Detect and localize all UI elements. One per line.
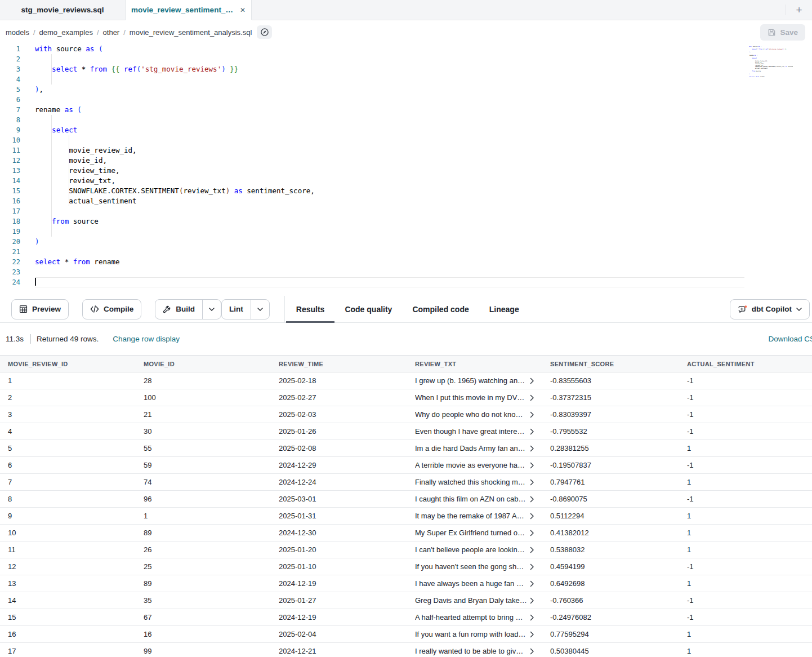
- code-line: 10: [0, 135, 812, 145]
- table-cell: -1: [679, 613, 812, 622]
- table-cell: 2025-01-10: [271, 562, 407, 571]
- breadcrumb-item[interactable]: models: [6, 28, 29, 37]
- review-txt-cell-wrap: Finally watched this shocking movie la…: [407, 478, 542, 486]
- save-icon: [768, 28, 776, 37]
- copilot-chat-icon: [738, 305, 747, 314]
- table-cell: 9: [0, 512, 136, 520]
- table-row: 10892024-12-30My Super Ex Girlfriend tur…: [0, 525, 812, 541]
- expand-cell-chevron-icon[interactable]: [530, 496, 534, 503]
- expand-cell-chevron-icon[interactable]: [530, 631, 534, 638]
- rows-returned-text: Returned 49 rows.: [37, 335, 99, 343]
- editor-minimap[interactable]: with source as ( select * from {{ ref('s…: [749, 46, 793, 81]
- preview-button[interactable]: Preview: [11, 299, 69, 319]
- code-editor[interactable]: 1with source as (23 select * from {{ ref…: [0, 44, 812, 296]
- review-text-cell: A half-hearted attempt to bring Elvis P…: [415, 613, 527, 622]
- line-number: 4: [0, 74, 20, 85]
- result-tab-lineage[interactable]: Lineage: [479, 296, 529, 323]
- file-tab-stg-movie-reviews[interactable]: stg_movie_reviews.sql: [0, 0, 126, 20]
- review-text-cell: I have always been a huge fan of "Hom…: [415, 579, 527, 588]
- code-line: 18 from source: [0, 216, 812, 227]
- code-line: 19: [0, 227, 812, 237]
- expand-cell-chevron-icon[interactable]: [530, 479, 534, 486]
- new-tab-button[interactable]: +: [786, 0, 812, 20]
- expand-cell-chevron-icon[interactable]: [530, 394, 534, 401]
- table-cell: -1: [679, 393, 812, 402]
- review-txt-cell-wrap: Why do people who do not know what…: [407, 410, 542, 419]
- review-text-cell: Greg Davis and Bryan Daly take some …: [415, 596, 527, 605]
- breadcrumb-item[interactable]: demo_examples: [39, 28, 93, 37]
- table-row: 14352025-01-27Greg Davis and Bryan Daly …: [0, 592, 812, 609]
- breadcrumb-item[interactable]: other: [103, 28, 120, 37]
- column-header-movie_review_id: MOVIE_REVIEW_ID: [0, 361, 136, 367]
- line-number: 19: [0, 227, 20, 237]
- table-cell: 74: [136, 478, 271, 486]
- review-txt-cell-wrap: Even though I have great interest in Bi…: [407, 427, 542, 436]
- breadcrumb-item[interactable]: movie_review_sentiment_analysis.sql: [130, 28, 252, 37]
- expand-cell-chevron-icon[interactable]: [530, 513, 534, 520]
- results-status-bar: 11.3s Returned 49 rows. Change row displ…: [0, 323, 812, 355]
- table-cell: 30: [136, 427, 271, 436]
- review-txt-cell-wrap: I really wanted to be able to give this …: [407, 647, 542, 655]
- code-line: 13 review_time,: [0, 166, 812, 176]
- table-cell: -1: [679, 495, 812, 503]
- change-row-display-link[interactable]: Change row display: [113, 335, 180, 343]
- table-cell: 6: [0, 461, 136, 469]
- table-cell: 2025-03-01: [271, 495, 407, 503]
- table-grid-icon: [19, 305, 28, 313]
- dbt-copilot-button[interactable]: dbt Copilot: [730, 299, 810, 319]
- table-cell: 55: [136, 444, 271, 452]
- code-line: 2: [0, 54, 812, 64]
- line-number: 8: [0, 115, 20, 125]
- table-cell: 7: [0, 478, 136, 486]
- file-tab-movie-review-sentiment[interactable]: movie_review_sentiment_… ✕: [126, 0, 252, 20]
- download-csv-link[interactable]: Download CSV: [768, 335, 812, 343]
- code-line: 11 movie_review_id,: [0, 145, 812, 156]
- line-number: 23: [0, 267, 20, 277]
- build-button[interactable]: Build: [155, 300, 202, 319]
- plus-icon: +: [796, 4, 802, 16]
- minimap-line: [749, 80, 793, 82]
- line-number: 20: [0, 237, 20, 247]
- table-cell: 0.4594199: [542, 562, 679, 571]
- expand-cell-chevron-icon[interactable]: [530, 428, 534, 435]
- lint-button[interactable]: Lint: [222, 300, 251, 319]
- table-cell: 2024-12-21: [271, 647, 407, 655]
- table-cell: 99: [136, 647, 271, 655]
- close-tab-icon[interactable]: ✕: [240, 6, 246, 14]
- results-table: MOVIE_REVIEW_IDMOVIE_IDREVIEW_TIMEREVIEW…: [0, 355, 812, 657]
- review-txt-cell-wrap: I have always been a huge fan of "Hom…: [407, 579, 542, 588]
- compile-button[interactable]: Compile: [82, 299, 141, 319]
- results-table-header: MOVIE_REVIEW_IDMOVIE_IDREVIEW_TIMEREVIEW…: [0, 355, 812, 372]
- expand-cell-chevron-icon[interactable]: [530, 580, 534, 587]
- result-tab-results[interactable]: Results: [286, 296, 335, 323]
- explore-lineage-button[interactable]: [257, 25, 272, 39]
- minimap-line: select * from {{ ref('stg_movie_reviews'…: [749, 49, 793, 51]
- expand-cell-chevron-icon[interactable]: [530, 597, 534, 604]
- expand-cell-chevron-icon[interactable]: [530, 411, 534, 418]
- expand-cell-chevron-icon[interactable]: [530, 614, 534, 621]
- expand-cell-chevron-icon[interactable]: [530, 462, 534, 469]
- line-number: 22: [0, 257, 20, 267]
- result-tab-compiled-code[interactable]: Compiled code: [402, 296, 479, 323]
- expand-cell-chevron-icon[interactable]: [530, 530, 534, 536]
- line-number: 16: [0, 196, 20, 206]
- expand-cell-chevron-icon[interactable]: [530, 445, 534, 452]
- line-number: 12: [0, 156, 20, 166]
- code-line: 22select * from rename: [0, 257, 812, 267]
- expand-cell-chevron-icon[interactable]: [530, 547, 534, 553]
- table-cell: 2024-12-19: [271, 579, 407, 588]
- lint-split-button: Lint: [221, 299, 270, 319]
- table-cell: 2025-01-26: [271, 427, 407, 436]
- build-dropdown-button[interactable]: [202, 300, 221, 319]
- expand-cell-chevron-icon[interactable]: [530, 648, 534, 655]
- lint-dropdown-button[interactable]: [251, 300, 269, 319]
- review-text-cell: Even though I have great interest in Bi…: [415, 427, 527, 436]
- table-cell: 5: [0, 444, 136, 452]
- code-line: 3 select * from {{ ref('stg_movie_review…: [0, 64, 812, 74]
- result-tab-code-quality[interactable]: Code quality: [334, 296, 402, 323]
- expand-cell-chevron-icon[interactable]: [530, 563, 534, 570]
- expand-cell-chevron-icon[interactable]: [530, 378, 534, 384]
- table-cell: 89: [136, 579, 271, 588]
- review-text-cell: Finally watched this shocking movie la…: [415, 478, 527, 486]
- save-button[interactable]: Save: [760, 24, 805, 41]
